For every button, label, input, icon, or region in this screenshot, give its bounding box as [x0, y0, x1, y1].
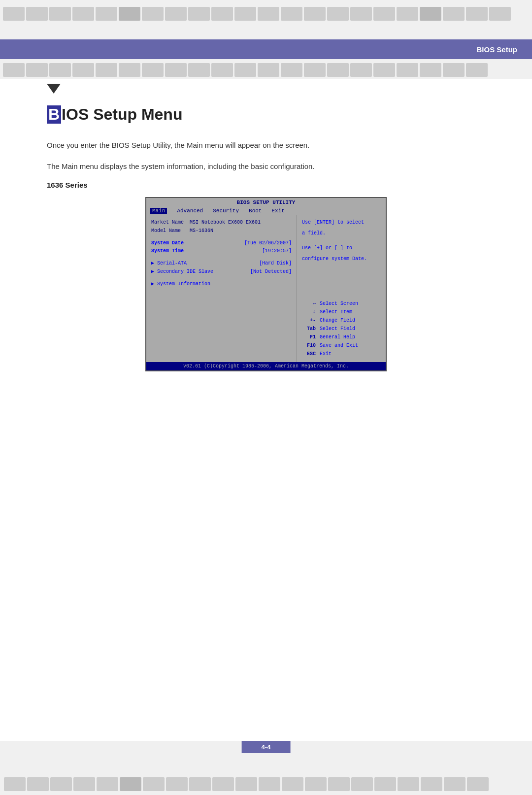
bios-left-panel: Market Name MSI Notebook EX600 EX601 Mod… [146, 215, 297, 362]
grid-tile [258, 7, 279, 21]
grid-tile [420, 7, 441, 21]
grid-tile [165, 63, 187, 77]
bios-system-date-value: [Tue 02/06/2007] [244, 239, 292, 247]
description-2: The Main menu displays the system inform… [47, 160, 485, 173]
grid-tile [143, 777, 165, 791]
bios-market-name-line: Market Name MSI Notebook EX600 EX601 [151, 219, 292, 226]
grid-tile [444, 777, 466, 791]
bios-key-f10: F10 [302, 341, 316, 350]
header-bar: BIOS Setup [0, 39, 532, 59]
top-border [0, 0, 532, 39]
series-label: 1636 Series [47, 181, 485, 189]
bios-key-updown: ↕ [302, 308, 316, 316]
bios-market-name-value: MSI Notebook EX600 EX601 [190, 220, 261, 225]
bios-action-select-screen: Select Screen [320, 299, 358, 308]
bios-arrow3-icon: ▶ [151, 280, 154, 288]
grid-tile [73, 777, 95, 791]
bios-action-general-help: General Help [320, 333, 355, 341]
bios-keybind-change-field: +- Change Field [302, 316, 381, 325]
grid-tile [420, 63, 441, 77]
grid-tile [350, 63, 372, 77]
bios-key-esc: ESC [302, 350, 316, 358]
grid-tile [351, 777, 373, 791]
bios-secondary-ide-value: [Not Detected] [250, 267, 292, 276]
page-title: B IOS Setup Menu [47, 105, 485, 124]
grid-tile [235, 777, 257, 791]
grid-tile [327, 63, 349, 77]
bios-serial-ata-value: [Hard Disk] [259, 259, 292, 267]
bios-help-line1: Use [ENTER] to select [302, 219, 381, 227]
bios-serial-ata-label: Serial-ATA [157, 259, 187, 267]
grid-tile [49, 7, 71, 21]
bios-menu-advanced[interactable]: Advanced [177, 208, 203, 214]
bios-menu-security[interactable]: Security [213, 208, 239, 214]
grid-tile [305, 777, 327, 791]
grid-tile [189, 777, 211, 791]
grid-tile [443, 7, 465, 21]
bottom-grid-tiles [0, 773, 532, 795]
bios-right-panel: Use [ENTER] to select a field. Use [+] o… [297, 215, 386, 362]
bios-action-select-field: Select Field [320, 325, 355, 333]
grid-tile [212, 777, 234, 791]
bios-system-time-label: System Time [151, 247, 184, 255]
header-title: BIOS Setup [476, 45, 517, 54]
title-b-letter: B [47, 105, 61, 124]
grid-tile [97, 777, 118, 791]
bios-secondary-ide-line: ▶ Secondary IDE Slave [Not Detected] [151, 267, 292, 276]
grid-tile [72, 63, 94, 77]
grid-tile [373, 63, 395, 77]
grid-tile [374, 777, 396, 791]
bios-arrow-icon: ▶ [151, 259, 154, 267]
grid-tile [258, 63, 279, 77]
second-grid-border [0, 59, 532, 79]
bottom-border: 4-4 [0, 741, 532, 795]
bios-keybind-select-screen: ↔ Select Screen [302, 299, 381, 308]
grid-tile [119, 7, 140, 21]
grid-tile [281, 7, 302, 21]
grid-tile [50, 777, 72, 791]
bios-model-name-line: Model Name MS-1636N [151, 227, 292, 234]
bios-keybind-general-help: F1 General Help [302, 333, 381, 341]
bios-menu-exit[interactable]: Exit [271, 208, 284, 214]
bios-action-change-field: Change Field [320, 316, 355, 325]
grid-tile [350, 7, 372, 21]
grid-tile [398, 777, 419, 791]
down-arrow-icon [47, 84, 61, 94]
grid-tile [165, 7, 187, 21]
grid-tile [211, 63, 233, 77]
bios-action-save-exit: Save and Exit [320, 341, 358, 350]
grid-tile [120, 777, 141, 791]
bios-system-time-value: [19:20:57] [262, 247, 292, 255]
grid-tile [3, 7, 25, 21]
grid-tile [3, 63, 25, 77]
bios-model-name-label: Model Name [151, 228, 181, 233]
bios-title-bar: BIOS SETUP UTILITY [146, 198, 386, 207]
bios-secondary-ide-label: Secondary IDE Slave [157, 267, 213, 276]
grid-tile [259, 777, 280, 791]
grid-tile [421, 777, 442, 791]
grid-tile [211, 7, 233, 21]
bios-help-line4: configure system Date. [302, 255, 381, 263]
bios-key-arrows: ↔ [302, 299, 316, 308]
bios-menu-main[interactable]: Main [150, 208, 167, 214]
bios-keybinds: ↔ Select Screen ↕ Select Item +- Change … [302, 299, 381, 358]
bios-key-tab: Tab [302, 325, 316, 333]
grid-tile [119, 63, 140, 77]
grid-tile [234, 63, 256, 77]
grid-tile [27, 777, 49, 791]
grid-tile [304, 7, 326, 21]
grid-tile [234, 7, 256, 21]
grid-tile [466, 7, 488, 21]
bios-footer: v02.61 (C)Copyright 1985-2006, American … [146, 362, 386, 370]
grid-tile [142, 63, 164, 77]
bios-keybind-select-item: ↕ Select Item [302, 308, 381, 316]
grid-tile [466, 63, 488, 77]
title-rest: IOS Setup Menu [62, 105, 182, 124]
page-number: 4-4 [262, 743, 271, 751]
grid-tile [96, 7, 117, 21]
bios-keybind-save-exit: F10 Save and Exit [302, 341, 381, 350]
grid-tile [188, 63, 210, 77]
bios-menu-boot[interactable]: Boot [249, 208, 262, 214]
bios-system-info-line: ▶ System Information [151, 280, 292, 288]
grid-tile [188, 7, 210, 21]
